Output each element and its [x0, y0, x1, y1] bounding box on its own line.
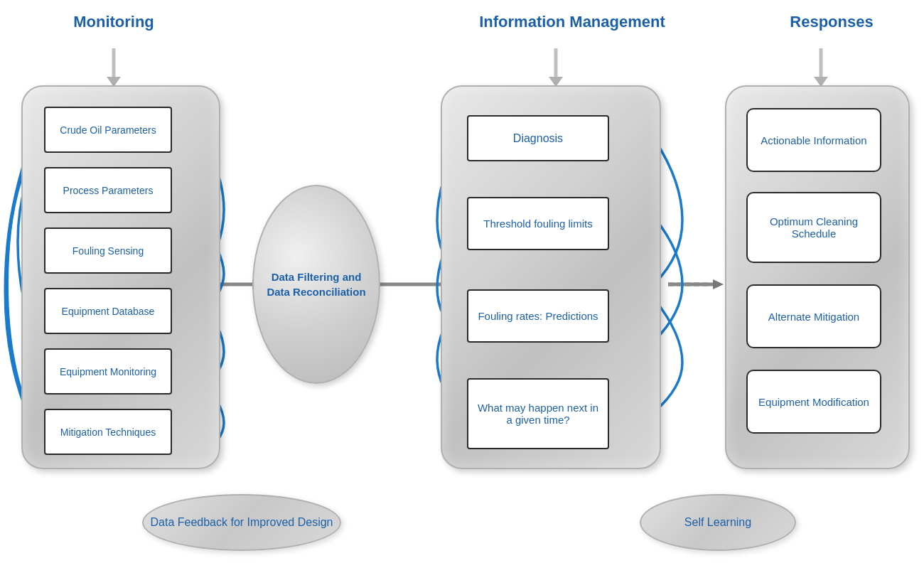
monitoring-panel: Crude Oil Parameters Process Parameters … — [21, 85, 220, 469]
process-params-item: Process Parameters — [44, 167, 172, 213]
svg-marker-12 — [713, 279, 724, 289]
self-learning-ellipse: Self Learning — [640, 494, 796, 551]
center-circle: Data Filtering and Data Reconciliation — [252, 185, 380, 384]
monitoring-header: Monitoring — [43, 13, 185, 31]
optimum-cleaning-item: Optimum Cleaning Schedule — [746, 192, 881, 263]
actionable-info-item: Actionable Information — [746, 108, 881, 172]
fouling-sensing-item: Fouling Sensing — [44, 227, 172, 274]
diagram-container: Monitoring Information Management Respon… — [0, 0, 924, 563]
equipment-monitoring-item: Equipment Monitoring — [44, 348, 172, 395]
mitigation-techniques-item: Mitigation Techniques — [44, 409, 172, 455]
equipment-modification-item: Equipment Modification — [746, 370, 881, 434]
equipment-database-item: Equipment Database — [44, 288, 172, 334]
info-panel: Diagnosis Threshold fouling limits Fouli… — [441, 85, 661, 469]
responses-header: Responses — [768, 13, 896, 31]
alternate-mitigation-item: Alternate Mitigation — [746, 284, 881, 348]
info-management-header: Information Management — [476, 13, 668, 31]
responses-panel: Actionable Information Optimum Cleaning … — [725, 85, 910, 469]
fouling-rates-item: Fouling rates: Predictions — [467, 289, 609, 343]
crude-oil-item: Crude Oil Parameters — [44, 107, 172, 153]
data-feedback-ellipse: Data Feedback for Improved Design — [142, 494, 341, 551]
threshold-fouling-item: Threshold fouling limits — [467, 197, 609, 250]
diagnosis-item: Diagnosis — [467, 115, 609, 161]
what-next-item: What may happen next in a given time? — [467, 378, 609, 449]
